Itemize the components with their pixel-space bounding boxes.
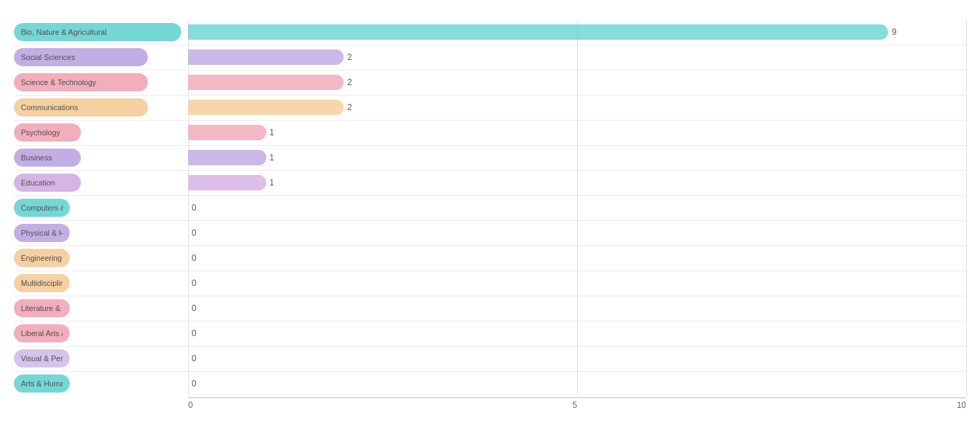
bar-value-label: 9 (891, 27, 896, 37)
bar-row: Education1 (14, 170, 966, 195)
bar-value-label: 0 (192, 328, 197, 338)
bar-label: Communications (14, 98, 148, 116)
bar-label: Literature & Languages (14, 299, 70, 317)
bar-value-label: 0 (192, 228, 197, 238)
bar-value-label: 2 (347, 77, 352, 87)
chart-container: Bio, Nature & Agricultural9Social Scienc… (0, 0, 980, 440)
bar-row: Computers & Mathematics0 (14, 195, 966, 220)
bar-label: Bio, Nature & Agricultural (14, 23, 181, 41)
bar-label: Business (14, 149, 81, 167)
bar-label: Engineering (14, 249, 70, 267)
bar-value-label: 0 (192, 379, 197, 388)
bar-row: Business1 (14, 145, 966, 170)
bar-value-label: 0 (192, 253, 197, 263)
bar-row: Bio, Nature & Agricultural9 (14, 20, 966, 45)
bar-label: Physical & Health Sciences (14, 224, 70, 242)
bar-value-label: 2 (347, 52, 352, 62)
bar-value-label: 0 (192, 303, 197, 313)
x-axis-label: 10 (957, 400, 966, 410)
bar-row: Psychology1 (14, 120, 966, 145)
bar-row: Engineering0 (14, 245, 966, 271)
bar-value-label: 1 (270, 153, 275, 162)
bar-label: Arts & Humanities (14, 374, 70, 393)
bar-value-label: 0 (192, 278, 197, 288)
x-axis-label: 5 (572, 400, 577, 410)
bar-label: Visual & Performing Arts (14, 349, 70, 367)
bar-row: Visual & Performing Arts0 (14, 346, 966, 371)
bar-row: Science & Technology2 (14, 70, 966, 95)
bar-label: Science & Technology (14, 73, 148, 91)
bar-label: Psychology (14, 123, 81, 142)
bar-value-label: 1 (270, 128, 275, 137)
x-axis-label: 0 (188, 400, 193, 410)
bar-value-label: 0 (192, 203, 197, 213)
bar-row: Arts & Humanities0 (14, 371, 966, 396)
bar-label: Multidisciplinary Studies (14, 274, 70, 292)
bar-row: Communications2 (14, 95, 966, 120)
bar-label: Liberal Arts & History (14, 324, 70, 342)
bar-label: Education (14, 174, 81, 192)
bar-value-label: 0 (192, 354, 197, 363)
bar-row: Physical & Health Sciences0 (14, 220, 966, 245)
bar-row: Social Sciences2 (14, 45, 966, 70)
bar-row: Liberal Arts & History0 (14, 321, 966, 346)
bar-value-label: 2 (347, 103, 352, 112)
bar-label: Social Sciences (14, 48, 148, 66)
bar-row: Literature & Languages0 (14, 296, 966, 321)
bar-value-label: 1 (270, 178, 275, 188)
bar-label: Computers & Mathematics (14, 199, 70, 217)
bar-row: Multidisciplinary Studies0 (14, 271, 966, 296)
